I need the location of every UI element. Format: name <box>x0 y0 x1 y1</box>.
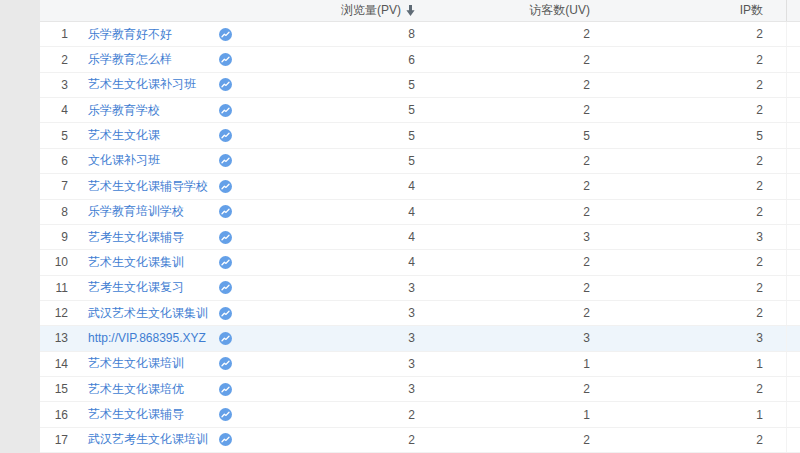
ip-value: 2 <box>590 154 763 168</box>
column-divider <box>763 47 787 71</box>
keyword-link[interactable]: 艺考生文化课辅导 <box>88 230 184 244</box>
pv-value: 3 <box>237 382 415 396</box>
pv-value: 3 <box>237 331 415 345</box>
ip-value: 2 <box>590 433 763 447</box>
trend-chart-icon[interactable] <box>219 383 232 396</box>
keyword-link[interactable]: 乐学教育培训学校 <box>88 204 184 218</box>
trend-chart-icon[interactable] <box>219 78 232 91</box>
pv-header-label: 浏览量(PV) <box>341 2 401 19</box>
column-divider <box>763 301 787 325</box>
keyword-link[interactable]: 乐学教育好不好 <box>88 27 172 41</box>
table-header-row: 浏览量(PV) 访客数(UV) IP数 <box>40 0 800 22</box>
column-header-pv[interactable]: 浏览量(PV) <box>237 2 415 19</box>
column-divider <box>763 326 787 350</box>
column-divider <box>763 73 787 97</box>
keyword-link[interactable]: 艺考生文化课复习 <box>88 280 184 294</box>
row-index: 4 <box>40 103 68 117</box>
trend-chart-icon[interactable] <box>219 256 232 269</box>
ip-value: 2 <box>590 205 763 219</box>
row-index: 2 <box>40 53 68 67</box>
table-row: 3 艺术生文化课补习班 5 2 2 <box>40 73 800 98</box>
column-header-ip[interactable]: IP数 <box>590 2 763 19</box>
pv-value: 5 <box>237 78 415 92</box>
ip-value: 1 <box>590 408 763 422</box>
keyword-link[interactable]: 艺术生文化课补习班 <box>88 77 196 91</box>
pv-value: 2 <box>237 408 415 422</box>
row-index: 6 <box>40 154 68 168</box>
uv-value: 2 <box>415 179 590 193</box>
keyword-link[interactable]: 武汉艺考生文化课培训 <box>88 432 208 446</box>
keyword-link[interactable]: 乐学教育怎么样 <box>88 52 172 66</box>
pv-value: 5 <box>237 103 415 117</box>
keyword-link[interactable]: http://VIP.868395.XYZ <box>88 331 206 345</box>
column-divider <box>763 352 787 376</box>
trend-chart-icon[interactable] <box>219 408 232 421</box>
trend-chart-icon[interactable] <box>219 205 232 218</box>
keyword-link[interactable]: 艺术生文化课辅导学校 <box>88 179 208 193</box>
keyword-link[interactable]: 文化课补习班 <box>88 153 160 167</box>
column-divider <box>763 200 787 224</box>
ip-value: 2 <box>590 103 763 117</box>
table-row: 11 艺考生文化课复习 3 2 2 <box>40 276 800 301</box>
table-row: 10 艺术生文化课集训 4 2 2 <box>40 250 800 275</box>
trend-chart-icon[interactable] <box>219 28 232 41</box>
trend-chart-icon[interactable] <box>219 281 232 294</box>
pv-value: 3 <box>237 306 415 320</box>
table-row: 8 乐学教育培训学校 4 2 2 <box>40 200 800 225</box>
column-divider <box>763 402 787 426</box>
column-header-uv[interactable]: 访客数(UV) <box>415 2 590 19</box>
trend-chart-icon[interactable] <box>219 180 232 193</box>
column-divider <box>763 174 787 198</box>
trend-chart-icon[interactable] <box>219 53 232 66</box>
sort-descending-icon[interactable] <box>406 5 415 16</box>
ip-value: 2 <box>590 78 763 92</box>
keyword-link[interactable]: 乐学教育学校 <box>88 103 160 117</box>
row-index: 11 <box>40 281 68 295</box>
table-rows: 1 乐学教育好不好 8 2 2 2 乐学教育怎么样 <box>40 22 800 453</box>
ip-value: 3 <box>590 230 763 244</box>
uv-value: 1 <box>415 357 590 371</box>
row-index: 5 <box>40 129 68 143</box>
column-divider <box>763 377 787 401</box>
column-divider <box>763 250 787 274</box>
row-index: 9 <box>40 230 68 244</box>
table-row: 5 艺术生文化课 5 5 5 <box>40 123 800 148</box>
row-index: 12 <box>40 306 68 320</box>
keyword-link[interactable]: 艺术生文化课培优 <box>88 382 184 396</box>
trend-chart-icon[interactable] <box>219 307 232 320</box>
trend-chart-icon[interactable] <box>219 332 232 345</box>
row-index: 14 <box>40 357 68 371</box>
trend-chart-icon[interactable] <box>219 231 232 244</box>
column-divider <box>763 0 787 21</box>
trend-chart-icon[interactable] <box>219 104 232 117</box>
trend-chart-icon[interactable] <box>219 433 232 446</box>
row-index: 3 <box>40 78 68 92</box>
keyword-link[interactable]: 艺术生文化课培训 <box>88 356 184 370</box>
ip-value: 5 <box>590 129 763 143</box>
ip-value: 3 <box>590 331 763 345</box>
pv-value: 4 <box>237 255 415 269</box>
search-keywords-table: 浏览量(PV) 访客数(UV) IP数 1 乐学教育好不好 8 2 2 <box>40 0 800 453</box>
table-row: 16 艺术生文化课辅导 2 1 1 <box>40 402 800 427</box>
keyword-link[interactable]: 艺术生文化课集训 <box>88 255 184 269</box>
table-row: 2 乐学教育怎么样 6 2 2 <box>40 47 800 72</box>
uv-value: 2 <box>415 205 590 219</box>
uv-value: 3 <box>415 230 590 244</box>
uv-value: 2 <box>415 103 590 117</box>
trend-chart-icon[interactable] <box>219 129 232 142</box>
table-row: 12 武汉艺术生文化课集训 3 2 2 <box>40 301 800 326</box>
uv-value: 1 <box>415 408 590 422</box>
trend-chart-icon[interactable] <box>219 154 232 167</box>
pv-value: 5 <box>237 129 415 143</box>
row-index: 16 <box>40 408 68 422</box>
trend-chart-icon[interactable] <box>219 357 232 370</box>
ip-value: 2 <box>590 306 763 320</box>
row-index: 8 <box>40 205 68 219</box>
table-row: 13 http://VIP.868395.XYZ 3 3 3 <box>40 326 800 351</box>
ip-value: 1 <box>590 357 763 371</box>
keyword-link[interactable]: 武汉艺术生文化课集训 <box>88 306 208 320</box>
uv-value: 3 <box>415 331 590 345</box>
keyword-link[interactable]: 艺术生文化课 <box>88 128 160 142</box>
row-index: 17 <box>40 433 68 447</box>
keyword-link[interactable]: 艺术生文化课辅导 <box>88 407 184 421</box>
